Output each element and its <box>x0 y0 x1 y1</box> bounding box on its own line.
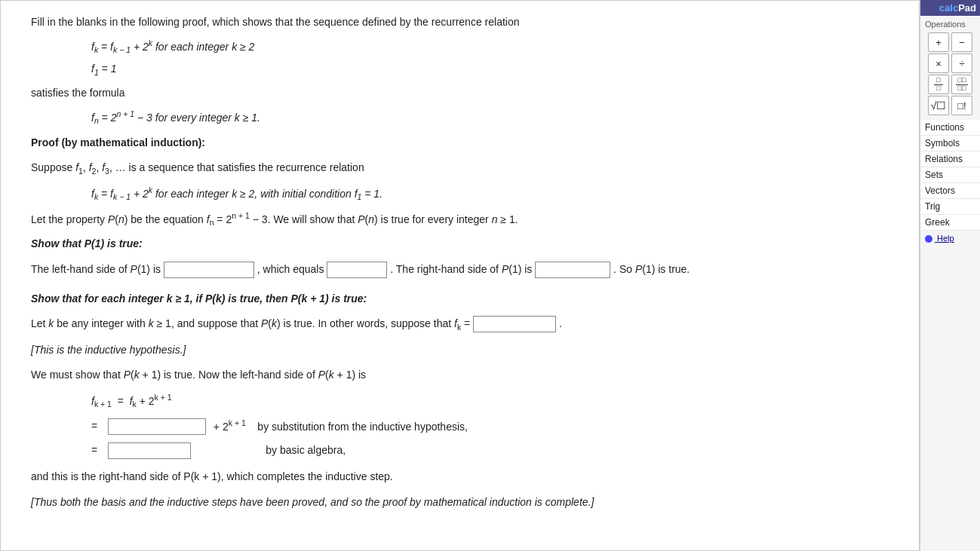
main-content: Fill in the blanks in the following proo… <box>0 0 920 551</box>
operations-label: Operations <box>923 19 977 31</box>
matrix-icon: □□ □□ <box>956 77 969 93</box>
matrix-top: □□ <box>956 77 969 85</box>
inductive-hypothesis: [This is the inductive hypothesis.] <box>31 341 904 360</box>
fk-input[interactable] <box>473 316 556 332</box>
menu-item-symbols[interactable]: Symbols <box>920 136 980 152</box>
matrix-bot: □□ <box>956 85 969 93</box>
sqrt-button[interactable]: √☐ <box>928 96 949 115</box>
lhs-label: fk + 1 = fk + 2k + 1 <box>91 390 172 412</box>
calcpad-operations-section: Operations + − × ÷ □ □ □□ □□ √ <box>920 16 980 120</box>
suppose-text: Suppose f1, f2, f3, … is a sequence that… <box>31 158 904 179</box>
calcpad-sidebar: calcPad Operations + − × ÷ □ □ □□ □□ <box>920 0 980 551</box>
frac-bot: □ <box>934 85 942 93</box>
p1-equals-input[interactable] <box>327 262 387 278</box>
conclusion-text: and this is the right-hand side of P(k +… <box>31 467 904 486</box>
factorial-button[interactable]: □! <box>951 96 972 115</box>
calc-label: calc <box>939 2 958 14</box>
menu-item-sets[interactable]: Sets <box>920 167 980 183</box>
p1-post: . The right-hand side of P(1) is <box>390 263 535 275</box>
p1-rhs-input[interactable] <box>535 262 610 278</box>
proof-heading: Proof (by mathematical induction): <box>31 133 904 152</box>
menu-item-greek[interactable]: Greek <box>920 215 980 231</box>
let-k-text: Let k be any integer with k ≥ 1, and sup… <box>31 314 904 335</box>
sub2-input[interactable] <box>108 442 191 459</box>
substitution-block: fk + 1 = fk + 2k + 1 = + 2k + 1 by subst… <box>91 390 904 460</box>
btn-row-3: □ □ □□ □□ <box>923 75 977 94</box>
recurrence-line2: f1 = 1 <box>91 60 904 80</box>
must-show-text: We must show that P(k + 1) is true. Now … <box>31 366 904 384</box>
fraction-icon: □ □ <box>934 77 942 93</box>
menu-item-trig[interactable]: Trig <box>920 199 980 215</box>
divide-button[interactable]: ÷ <box>951 54 972 73</box>
equation-row-main: fk + 1 = fk + 2k + 1 <box>91 390 904 412</box>
sub1-label: + 2k + 1 by substitution from the induct… <box>210 416 468 436</box>
help-link[interactable]: Help <box>920 231 980 246</box>
sub2-label: by basic algebra, <box>195 441 346 460</box>
recurrence-with-initial-block: fk = fk − 1 + 2k for each integer k ≥ 2,… <box>91 183 904 204</box>
p1-end: . So P(1) is true. <box>613 263 690 275</box>
show-p1-heading: Show that P(1) is true: <box>31 234 904 253</box>
equation-row-sub2: = by basic algebra, <box>91 441 904 460</box>
calcpad-title: calcPad <box>920 0 980 16</box>
times-button[interactable]: × <box>928 54 949 73</box>
frac-top: □ <box>934 77 942 85</box>
recurrence-block: fk = fk − 1 + 2k for each integer k ≥ 2 … <box>91 36 904 79</box>
eq-equals1: = <box>91 417 103 436</box>
satisfies-text: satisfies the formula <box>31 84 904 103</box>
p1-lhs-input[interactable] <box>164 262 254 278</box>
sub1-input[interactable] <box>108 418 206 435</box>
recurrence-line1: fk = fk − 1 + 2k for each integer k ≥ 2 <box>91 36 904 57</box>
p1-pre: The left-hand side of P(1) is <box>31 263 164 275</box>
minus-button[interactable]: − <box>951 32 972 52</box>
btn-row-2: × ÷ <box>923 54 977 73</box>
pad-label: Pad <box>958 2 976 14</box>
plus-button[interactable]: + <box>928 32 949 52</box>
help-icon <box>925 235 932 243</box>
equation-row-sub1: = + 2k + 1 by substitution from the indu… <box>91 416 904 436</box>
intro-text: Fill in the blanks in the following proo… <box>31 13 904 32</box>
menu-item-vectors[interactable]: Vectors <box>920 183 980 199</box>
p1-mid: , which equals <box>257 263 327 275</box>
show-pk-heading: Show that for each integer k ≥ 1, if P(k… <box>31 289 904 308</box>
final-text: [Thus both the basis and the inductive s… <box>31 493 904 512</box>
btn-row-1: + − <box>923 32 977 52</box>
menu-item-functions[interactable]: Functions <box>920 120 980 136</box>
formula-block: fn = 2n + 1 − 3 for every integer k ≥ 1. <box>91 107 904 128</box>
fraction-button[interactable]: □ □ <box>928 75 949 94</box>
help-label: Help <box>937 234 954 243</box>
matrix-button[interactable]: □□ □□ <box>951 75 972 94</box>
let-property-text: Let the property P(n) be the equation fn… <box>31 209 904 230</box>
calcpad-menu: Functions Symbols Relations Sets Vectors… <box>920 120 980 231</box>
p1-sentence: The left-hand side of P(1) is , which eq… <box>31 260 904 279</box>
btn-row-4: √☐ □! <box>923 96 977 115</box>
menu-item-relations[interactable]: Relations <box>920 152 980 167</box>
eq-equals2: = <box>91 441 103 460</box>
